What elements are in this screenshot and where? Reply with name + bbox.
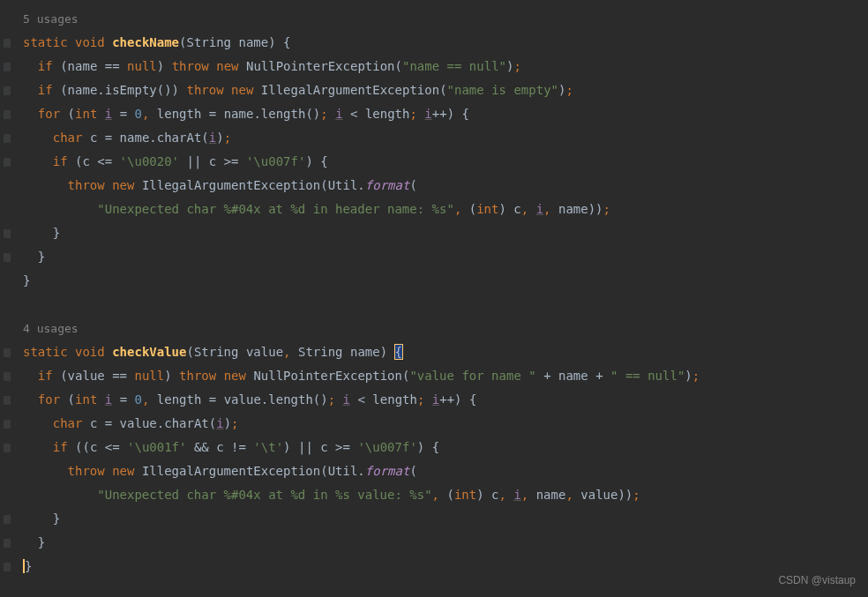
char-literal: '\u007f' — [246, 154, 305, 168]
var-i: i — [513, 488, 520, 502]
var-i: i — [536, 202, 543, 216]
class-util: Util — [328, 464, 358, 478]
op-and: && — [194, 440, 209, 454]
var-i: i — [105, 107, 112, 121]
var-value: value — [120, 416, 157, 430]
class-iae: IllegalArgumentException — [261, 83, 439, 97]
keyword-new: new — [231, 83, 253, 97]
var-i: i — [343, 392, 350, 407]
keyword-throw: throw — [179, 369, 216, 383]
keyword-void: void — [75, 35, 105, 49]
string-literal: "Unexpected char %#04x at %d in %s value… — [97, 488, 431, 502]
var-i: i — [209, 131, 216, 145]
op-plus: + — [595, 369, 602, 383]
class-iae: IllegalArgumentException — [142, 178, 320, 192]
keyword-int: int — [75, 107, 97, 121]
op-inc: ++ — [432, 107, 447, 121]
code-line: for (int i = 0, length = value.length();… — [7, 388, 868, 412]
code-line: static void checkName(String name) { — [7, 31, 868, 55]
method-charat: charAt — [157, 131, 202, 145]
op-lte: <= — [97, 154, 112, 168]
string-literal: "name is empty" — [447, 83, 558, 97]
code-line: } — [7, 531, 868, 555]
keyword-null: null — [127, 59, 157, 73]
keyword-if: if — [53, 154, 68, 168]
keyword-null: null — [134, 369, 164, 383]
method-length: length — [268, 392, 313, 407]
code-line: if ((c <= '\u001f' && c != '\t') || c >=… — [7, 436, 868, 459]
param-type: String — [298, 345, 343, 359]
keyword-if: if — [38, 369, 53, 383]
keyword-throw: throw — [172, 59, 209, 73]
keyword-if: if — [53, 440, 68, 454]
code-line: } — [7, 269, 868, 293]
op-plus: + — [543, 369, 550, 383]
keyword-static: static — [23, 345, 68, 359]
code-line: if (value == null) throw new NullPointer… — [7, 364, 868, 388]
method-format: format — [365, 178, 410, 192]
op-eq: == — [112, 369, 127, 383]
keyword-throw: throw — [68, 464, 105, 478]
op-gte: >= — [335, 440, 350, 454]
keyword-throw: throw — [68, 178, 105, 192]
class-util: Util — [328, 178, 358, 192]
var-c: c — [90, 131, 97, 145]
char-literal: '\u0020' — [120, 154, 179, 168]
code-line: throw new IllegalArgumentException(Util.… — [7, 174, 868, 198]
op-lt: < — [350, 107, 357, 121]
keyword-char: char — [53, 416, 83, 430]
var-length: length — [157, 392, 202, 407]
watermark: CSDN @vistaup — [778, 574, 856, 586]
class-iae: IllegalArgumentException — [142, 464, 320, 478]
keyword-new: new — [112, 178, 134, 192]
param-name: value — [246, 345, 283, 359]
code-line: char c = value.charAt(i); — [7, 412, 868, 436]
char-literal: '\u001f' — [127, 440, 186, 454]
code-line: static void checkValue(String value, Str… — [7, 340, 868, 364]
code-line: char c = name.charAt(i); — [7, 126, 868, 150]
code-line: } — [7, 507, 868, 531]
method-length: length — [261, 107, 306, 121]
code-line: } — [7, 221, 868, 245]
var-value: value — [224, 392, 261, 407]
var-name: name — [558, 202, 588, 216]
usages-hint-2[interactable]: 4 usages — [7, 317, 868, 340]
keyword-if: if — [38, 59, 53, 73]
string-literal: " == null" — [610, 369, 685, 383]
var-length: length — [157, 107, 202, 121]
code-line: } — [7, 555, 868, 578]
var-c: c — [90, 416, 97, 430]
keyword-int: int — [476, 202, 498, 216]
op-or: || — [186, 154, 201, 168]
param-name: name — [350, 345, 380, 359]
code-line: for (int i = 0, length = name.length(); … — [7, 102, 868, 126]
var-length: length — [365, 107, 410, 121]
string-literal: "value for name " — [409, 369, 535, 383]
var-i: i — [216, 416, 223, 430]
op-lte: <= — [105, 440, 120, 454]
code-editor[interactable]: 5 usages static void checkName(String na… — [0, 0, 868, 578]
code-line: "Unexpected char %#04x at %d in header n… — [7, 198, 868, 221]
var-i: i — [432, 392, 439, 407]
var-i: i — [335, 107, 342, 121]
string-literal: "Unexpected char %#04x at %d in header n… — [97, 202, 454, 216]
var-name: name — [558, 369, 588, 383]
usages-hint-1[interactable]: 5 usages — [7, 7, 868, 31]
keyword-char: char — [53, 131, 83, 145]
method-charat: charAt — [164, 416, 209, 430]
method-name: checkName — [112, 35, 179, 49]
op-eq: == — [105, 59, 120, 73]
keyword-new: new — [224, 369, 246, 383]
keyword-for: for — [38, 392, 60, 407]
cursor-position: { — [395, 345, 402, 359]
param-name: name — [238, 35, 268, 49]
keyword-new: new — [112, 464, 134, 478]
keyword-throw: throw — [187, 83, 224, 97]
code-line: throw new IllegalArgumentException(Util.… — [7, 459, 868, 483]
keyword-static: static — [23, 35, 68, 49]
op-ne: != — [231, 440, 246, 454]
keyword-void: void — [75, 345, 105, 359]
code-line: } — [7, 245, 868, 269]
code-line — [7, 293, 868, 317]
code-line: if (name.isEmpty()) throw new IllegalArg… — [7, 78, 868, 102]
